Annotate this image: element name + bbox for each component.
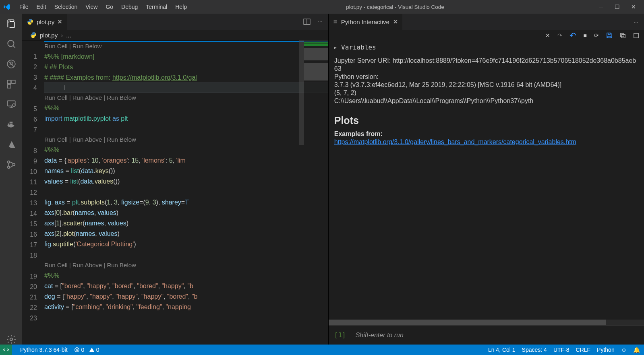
chevron-right-icon: › [61,32,63,39]
close-icon[interactable]: ✕ [631,4,636,10]
interactive-input[interactable]: [1] Shift-enter to run [329,325,644,345]
svg-rect-7 [8,124,9,125]
maximize-icon[interactable]: ☐ [615,4,620,10]
azure-icon[interactable] [6,139,17,150]
svg-rect-8 [9,124,10,125]
svg-point-0 [8,40,14,46]
title-bar: FileEditSelectionViewGoDebugTerminalHelp… [0,0,644,14]
restart-icon[interactable]: ⟳ [594,32,599,39]
tab-label: Python Interactive [341,19,389,25]
vscode-logo-icon [3,3,10,10]
remote-explorer-icon[interactable] [6,99,17,109]
tab-python-interactive[interactable]: ≡ Python Interactive × [329,14,403,30]
codelens-run-cell[interactable]: Run Cell [44,43,68,50]
variables-panel-header[interactable]: Variables [329,41,644,54]
status-cursor-position[interactable]: Ln 4, Col 1 [488,347,516,353]
more-actions-icon[interactable]: ··· [318,18,323,25]
svg-rect-2 [7,80,11,84]
status-python-version[interactable]: Python 3.7.3 64-bit [20,347,68,353]
stop-icon[interactable]: ■ [584,32,587,39]
codelens-run-below[interactable]: Run Below [107,94,136,101]
status-indentation[interactable]: Spaces: 4 [522,347,547,353]
svg-point-14 [12,163,14,165]
python-file-icon [27,19,33,25]
code-content[interactable]: Run Cell | Run Below#%% [markdown]# ## P… [44,40,328,345]
status-bar: Python 3.7.3 64-bit 0 0 Ln 4, Col 1 Spac… [0,345,644,355]
menu-selection[interactable]: Selection [50,2,82,12]
docker-icon[interactable] [6,119,17,130]
codelens-run-cell[interactable]: Run Cell [44,94,68,101]
source-control-icon[interactable] [6,159,17,170]
input-hint: Shift-enter to run [356,332,404,339]
codelens-run-below[interactable]: Run Below [107,136,136,143]
remote-indicator[interactable] [0,345,12,355]
code-editor[interactable]: 1234567891011121314151617181920212223 Ru… [22,40,328,345]
codelens-run-above[interactable]: Run Above [72,262,102,268]
expand-icon[interactable] [633,33,639,39]
svg-point-6 [12,104,15,107]
svg-rect-11 [11,122,12,123]
cancel-icon[interactable]: ✕ [545,32,550,39]
menu-help[interactable]: Help [171,2,191,12]
status-language[interactable]: Python [597,347,615,353]
debug-disabled-icon[interactable] [6,59,17,69]
menu-edit[interactable]: Edit [33,2,50,12]
examples-link[interactable]: https://matplotlib.org/3.1.0/gallery/lin… [334,138,576,145]
menu-file[interactable]: File [15,2,33,12]
svg-rect-17 [621,33,624,36]
undo-icon[interactable]: ↶ [569,31,576,40]
codelens-run-cell[interactable]: Run Cell [44,136,68,143]
notifications-bell-icon[interactable]: 🔔 [633,347,640,353]
menu-bar: FileEditSelectionViewGoDebugTerminalHelp [15,2,191,12]
menu-go[interactable]: Go [101,2,117,12]
breadcrumb[interactable]: plot.py › ... [22,30,328,40]
interactive-tabs: ≡ Python Interactive × ··· [329,14,644,30]
codelens-run-below[interactable]: Run Below [107,262,136,268]
menu-debug[interactable]: Debug [117,2,142,12]
codelens-run-above[interactable]: Run Above [72,136,102,143]
search-icon[interactable] [6,39,17,49]
window-controls: ─ ☐ ✕ [599,4,641,10]
svg-point-15 [10,338,12,341]
more-actions-icon[interactable]: ··· [634,19,638,25]
codelens-run-cell[interactable]: Run Cell [44,262,68,268]
svg-point-13 [7,166,9,168]
settings-gear-icon[interactable] [6,334,17,345]
svg-rect-3 [12,80,15,84]
list-icon: ≡ [333,18,337,25]
tab-close-icon[interactable]: × [58,18,62,26]
svg-rect-10 [9,122,10,123]
menu-view[interactable]: View [81,2,101,12]
editor-group-right: ≡ Python Interactive × ··· ✕ ↷ ↶ ■ ⟳ Var… [329,14,644,345]
status-problems[interactable]: 0 0 [74,347,99,353]
vertical-scrollbar[interactable] [299,40,304,145]
tab-close-icon[interactable]: × [393,18,398,26]
codelens-run-below[interactable]: Run Below [72,43,102,50]
editor-group-left: plot.py × ··· plot.py › ... 123456789101… [22,14,329,345]
minimap[interactable] [304,40,328,345]
interactive-output[interactable]: Jupyter Server URI: http://localhost:888… [329,54,644,320]
breadcrumb-file: plot.py [40,32,58,39]
status-eol[interactable]: CRLF [576,347,591,353]
activity-bar [0,14,22,345]
examples-label: Examples from: [334,130,638,138]
explorer-icon[interactable] [6,19,17,29]
svg-rect-18 [622,34,625,37]
tab-plot-py[interactable]: plot.py × [22,14,67,30]
codelens-run-above[interactable]: Run Above [72,94,102,101]
window-title: plot.py - categorical - Visual Studio Co… [191,4,599,10]
svg-rect-9 [11,124,12,125]
export-icon[interactable] [620,33,626,39]
minimize-icon[interactable]: ─ [599,4,603,10]
save-icon[interactable] [606,32,613,39]
server-info-text: Jupyter Server URI: http://localhost:888… [334,57,638,105]
horizontal-scrollbar[interactable] [329,320,644,325]
python-file-icon [30,32,37,38]
breadcrumb-rest: ... [66,32,71,39]
menu-terminal[interactable]: Terminal [142,2,171,12]
redo-icon[interactable]: ↷ [557,32,562,39]
status-encoding[interactable]: UTF-8 [553,347,569,353]
split-editor-icon[interactable] [303,18,311,25]
extensions-icon[interactable] [6,79,17,89]
feedback-smile-icon[interactable]: ☺ [621,347,627,353]
